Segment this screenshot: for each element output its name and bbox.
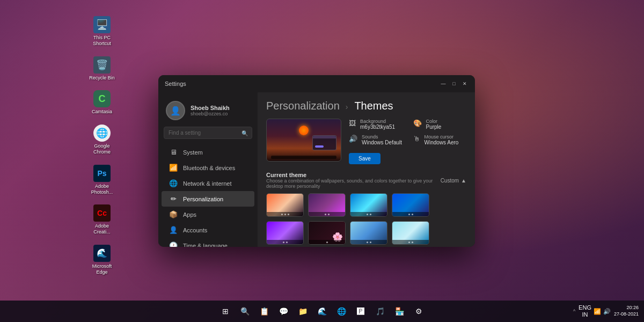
profile-name: Shoeb Shaikh [191,105,250,111]
theme-item-7[interactable] [350,221,387,245]
sidebar: 👤 Shoeb Shaikh shoeb@ozzes.co 🔍 🖥 System… [158,92,258,247]
cursor-value: Windows Aero [425,140,467,145]
page-title: Themes [354,100,393,112]
wifi-icon: 📶 [594,308,601,315]
desktop-icon-edge[interactable]: 🌊 Microsoft Edge [89,245,115,275]
color-label: Color [426,119,467,124]
save-button[interactable]: Save [349,153,380,164]
desktop-icon-this-pc[interactable]: 🖥️ This PCShortcut [89,16,115,47]
theme-item-4[interactable] [392,193,429,217]
sounds-icon: 🔊 [349,135,357,143]
color-value: Purple [426,124,467,130]
taskbar-taskview-button[interactable]: 📋 [255,303,273,320]
taskbar-photoshop-button[interactable]: 🅿 [352,303,369,320]
accounts-icon: 👤 [169,226,178,234]
theme-details: 🖼 Background m6y3b2tkya51 🎨 Color Purple [349,119,466,164]
sidebar-item-time[interactable]: 🕐 Time & language [162,238,254,247]
taskbar-chat-button[interactable]: 💬 [275,303,292,320]
theme-item-6[interactable]: 🌸 [308,221,346,245]
desktop-icons-container: 🖥️ This PCShortcut 🗑️ Recycle Bin C Camt… [89,16,115,275]
custom-badge[interactable]: Custom ▲ [441,178,466,184]
sidebar-item-label: Personalization [183,196,223,202]
taskbar: ⊞ 🔍 📋 💬 📁 🌊 🌐 🅿 🎵 🏪 ⚙ ^ ENGIN 📶 🔊 20:26 … [0,301,644,322]
taskbar-date-display: 27-08-2021 [614,311,639,318]
locale-label: ENGIN [579,304,591,318]
system-icon: 🖥 [169,148,178,156]
taskbar-music-button[interactable]: 🎵 [371,303,389,320]
theme-grid: 🌸 [266,193,466,245]
volume-icon: 🔊 [603,308,611,315]
window-controls: — □ ✕ [440,80,469,87]
taskbar-edge-button[interactable]: 🌊 [313,303,331,320]
background-label: Background [360,119,402,124]
current-theme-header: Current theme Choose a combination of wa… [266,172,466,189]
main-content: Personalization › Themes [258,92,475,247]
sounds-label: Sounds [362,134,402,140]
sidebar-item-label: Time & language [183,243,228,247]
theme-preview-image [266,119,341,162]
personalization-icon: ✏ [169,195,178,203]
desktop-icon-recycle-bin[interactable]: 🗑️ Recycle Bin [89,56,115,81]
color-icon: 🎨 [413,119,422,127]
theme-item-1[interactable] [266,193,304,217]
sidebar-item-apps[interactable]: 📦 Apps [162,207,254,222]
preview-save-btn [315,145,324,148]
chevron-up-icon: ▲ [461,178,466,184]
sidebar-item-label: Apps [183,211,196,218]
tray-expand-button[interactable]: ^ [573,309,575,314]
background-value: m6y3b2tkya51 [360,124,402,130]
settings-body: 👤 Shoeb Shaikh shoeb@ozzes.co 🔍 🖥 System… [158,92,475,247]
desktop-icon-creative-cloud[interactable]: Cc Adobe Creati... [89,204,115,235]
maximize-button[interactable]: □ [450,80,458,87]
sidebar-item-bluetooth[interactable]: 📶 Bluetooth & devices [162,160,254,175]
taskbar-right: ^ ENGIN 📶 🔊 20:26 27-08-2021 [573,304,639,318]
sidebar-item-label: Accounts [183,227,207,233]
cursor-detail: 🖱 Mouse cursor Windows Aero [413,134,467,145]
sounds-detail: 🔊 Sounds Windows Default [349,134,402,145]
bluetooth-icon: 📶 [169,164,178,172]
preview-window-bar [313,136,336,138]
preview-taskbar [271,156,336,159]
desktop-icon-photoshop[interactable]: Ps Adobe Photosh... [89,165,115,195]
theme-item-2[interactable] [308,193,346,217]
preview-sun [299,126,309,135]
avatar: 👤 [166,101,185,120]
sidebar-item-network[interactable]: 🌐 Network & internet [162,175,254,191]
taskbar-start-button[interactable]: ⊞ [217,303,234,320]
search-icon: 🔍 [241,130,248,136]
network-icon: 🌐 [169,179,178,187]
desktop-icon-camtasia[interactable]: C Camtasia [89,90,115,115]
theme-item-8[interactable] [392,221,429,245]
sidebar-item-label: Bluetooth & devices [183,165,235,171]
theme-preview-section: 🖼 Background m6y3b2tkya51 🎨 Color Purple [266,119,466,164]
settings-window: Settings — □ ✕ 👤 Shoeb Shaikh shoeb@ozze… [158,75,475,247]
sidebar-item-accounts[interactable]: 👤 Accounts [162,222,254,238]
search-input[interactable] [164,127,252,139]
preview-window [312,135,336,150]
theme-item-3[interactable] [350,193,387,217]
taskbar-chrome-button[interactable]: 🌐 [333,303,350,320]
taskbar-clock[interactable]: 20:26 27-08-2021 [614,305,639,317]
search-box[interactable]: 🔍 [164,127,252,139]
cursor-label: Mouse cursor [425,134,467,140]
taskbar-search-button[interactable]: 🔍 [236,303,253,320]
profile-section[interactable]: 👤 Shoeb Shaikh shoeb@ozzes.co [158,97,258,127]
taskbar-time-display: 20:26 [614,305,639,311]
desktop-icon-chrome[interactable]: 🌐 Google Chrome [89,125,115,155]
time-icon: 🕐 [169,241,178,247]
taskbar-settings-button[interactable]: ⚙ [410,303,427,320]
breadcrumb-parent[interactable]: Personalization [266,100,340,112]
sidebar-item-system[interactable]: 🖥 System [162,144,254,160]
close-button[interactable]: ✕ [461,80,469,87]
sidebar-item-label: Network & internet [183,180,231,187]
sidebar-item-personalization[interactable]: ✏ Personalization [162,191,254,207]
breadcrumb-separator: › [346,103,350,111]
cursor-icon: 🖱 [413,135,420,143]
taskbar-store-button[interactable]: 🏪 [391,303,408,320]
minimize-button[interactable]: — [440,80,447,87]
theme-item-5[interactable] [266,221,304,245]
taskbar-explorer-button[interactable]: 📁 [294,303,311,320]
taskbar-sys-icons: ENGIN 📶 🔊 [579,304,611,318]
profile-info: Shoeb Shaikh shoeb@ozzes.co [191,105,250,116]
taskbar-center: ⊞ 🔍 📋 💬 📁 🌊 🌐 🅿 🎵 🏪 ⚙ [217,303,427,320]
